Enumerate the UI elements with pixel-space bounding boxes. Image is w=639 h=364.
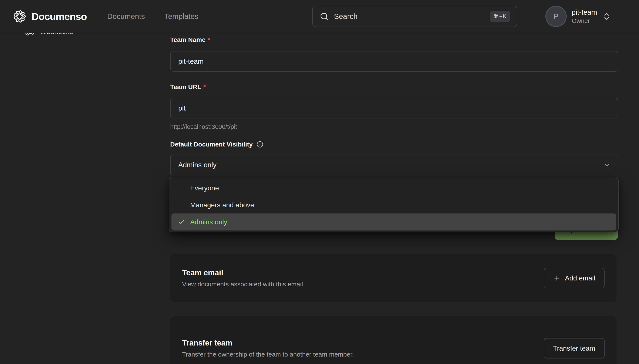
avatar: P: [545, 6, 567, 27]
option-label: Admins only: [190, 218, 227, 226]
user-role: Owner: [572, 18, 597, 24]
team-email-text: Team email View documents associated wit…: [182, 268, 303, 288]
info-icon[interactable]: [257, 141, 263, 148]
team-email-description: View documents associated with this emai…: [182, 281, 303, 288]
transfer-team-button[interactable]: Transfer team: [544, 338, 604, 358]
search-placeholder: Search: [334, 12, 358, 20]
avatar-initial: P: [553, 12, 558, 20]
main-nav: Documents Templates: [107, 12, 199, 20]
add-email-button[interactable]: Add email: [544, 268, 604, 288]
required-asterisk: *: [203, 83, 206, 90]
user-menu[interactable]: P pit-team Owner: [545, 6, 611, 27]
visibility-select[interactable]: Admins only: [170, 154, 618, 176]
team-url-input[interactable]: [170, 98, 618, 118]
visibility-label: Default Document Visibility: [170, 141, 263, 148]
plus-icon: [553, 274, 561, 282]
chevrons-up-down-icon: [602, 12, 611, 21]
nav-documents[interactable]: Documents: [107, 12, 145, 20]
transfer-team-card: Transfer team Transfer the ownership of …: [170, 316, 616, 364]
team-url-label: Team URL*: [170, 83, 206, 90]
add-email-label: Add email: [565, 274, 595, 282]
team-name-label: Team Name*: [170, 36, 210, 43]
option-managers-and-above[interactable]: Managers and above: [172, 196, 616, 214]
documenso-logo-icon: [13, 10, 26, 23]
team-settings-page: Webhooks Documenso Documents Templates S…: [0, 0, 639, 364]
brand-name: Documenso: [32, 11, 87, 22]
option-label: Managers and above: [190, 201, 254, 209]
option-everyone[interactable]: Everyone: [172, 180, 616, 196]
transfer-team-description: Transfer the ownership of the team to an…: [182, 351, 354, 358]
search-input[interactable]: Search ⌘+K: [312, 6, 517, 27]
option-admins-only[interactable]: Admins only: [172, 214, 616, 230]
chevron-down-icon: [603, 161, 611, 169]
brand-home-link[interactable]: Documenso: [13, 10, 87, 23]
visibility-dropdown: Everyone Managers and above Admins only: [169, 177, 618, 232]
team-email-card: Team email View documents associated wit…: [170, 254, 616, 302]
search-shortcut-badge: ⌘+K: [490, 11, 510, 22]
user-team-name: pit-team: [572, 8, 597, 16]
transfer-team-label: Transfer team: [553, 344, 595, 352]
search-icon: [320, 12, 328, 20]
check-icon: [178, 218, 185, 226]
transfer-team-title: Transfer team: [182, 338, 354, 348]
top-navbar: Documenso Documents Templates Search ⌘+K…: [0, 0, 639, 33]
team-email-title: Team email: [182, 268, 303, 277]
user-info: pit-team Owner: [572, 8, 597, 24]
required-asterisk: *: [208, 36, 210, 43]
visibility-select-value: Admins only: [178, 161, 217, 169]
team-url-hint: http://localhost:3000/t/pit: [170, 123, 237, 130]
nav-templates[interactable]: Templates: [164, 12, 199, 20]
option-label: Everyone: [190, 184, 219, 192]
team-name-input[interactable]: [170, 51, 618, 72]
transfer-team-text: Transfer team Transfer the ownership of …: [182, 338, 354, 358]
